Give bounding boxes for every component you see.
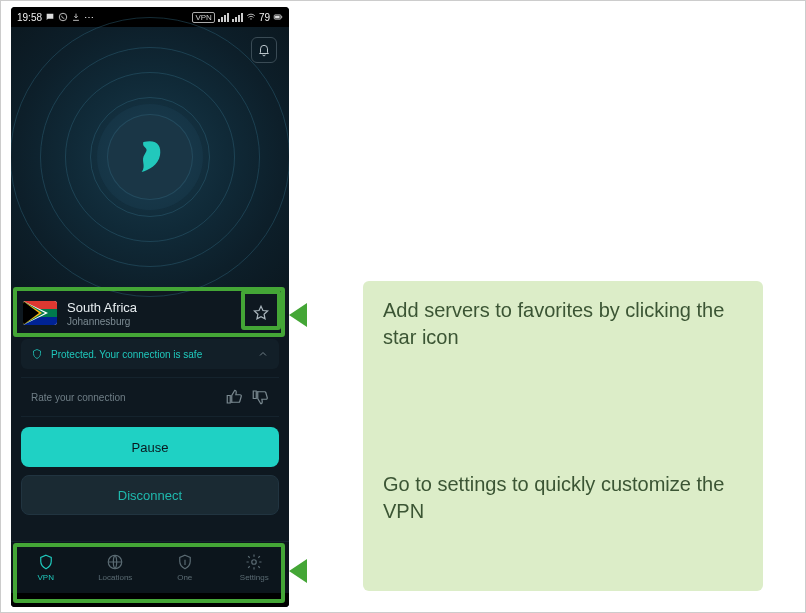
pause-button[interactable]: Pause xyxy=(21,427,279,467)
svg-point-5 xyxy=(252,560,257,565)
shield-icon xyxy=(37,553,55,571)
server-panel: South Africa Johannesburg Protected. You… xyxy=(11,287,289,607)
disconnect-button-label: Disconnect xyxy=(118,488,182,503)
app-logo xyxy=(107,114,193,200)
nav-settings-label: Settings xyxy=(240,573,269,582)
callout-settings-text: Go to settings to quickly customize the … xyxy=(383,471,743,525)
disconnect-button[interactable]: Disconnect xyxy=(21,475,279,515)
globe-icon xyxy=(106,553,124,571)
gear-icon xyxy=(245,553,263,571)
shield-icon xyxy=(31,347,43,361)
vpn-badge-icon: VPN xyxy=(192,12,214,23)
nav-one-label: One xyxy=(177,573,192,582)
status-time: 19:58 xyxy=(17,12,42,23)
android-gesture-bar xyxy=(11,593,289,607)
connection-hero xyxy=(11,27,289,287)
thumbs-down-button[interactable] xyxy=(251,388,269,406)
callout-favorites-text: Add servers to favorites by clicking the… xyxy=(383,297,743,351)
shield-one-icon xyxy=(176,553,194,571)
signal-icon-2 xyxy=(232,13,243,22)
nav-locations-tab[interactable]: Locations xyxy=(81,542,151,593)
battery-icon xyxy=(273,12,283,22)
flag-south-africa-icon xyxy=(23,301,57,325)
protection-status-row[interactable]: Protected. Your connection is safe xyxy=(21,339,279,369)
callout-box: Add servers to favorites by clicking the… xyxy=(363,281,763,591)
thumbs-up-button[interactable] xyxy=(225,388,243,406)
protection-status-text: Protected. Your connection is safe xyxy=(51,349,202,360)
svg-point-0 xyxy=(59,13,67,21)
svg-rect-3 xyxy=(281,16,282,18)
star-icon xyxy=(252,304,270,322)
svg-rect-2 xyxy=(275,16,280,19)
connection-rings xyxy=(11,27,289,287)
arrow-to-settings xyxy=(289,553,361,589)
nav-vpn-label: VPN xyxy=(38,573,54,582)
signal-icon xyxy=(218,13,229,22)
battery-text: 79 xyxy=(259,12,270,23)
nav-settings-tab[interactable]: Settings xyxy=(220,542,290,593)
phone-frame: 19:58 ⋯ VPN 79 xyxy=(11,7,289,607)
server-city: Johannesburg xyxy=(67,316,235,327)
more-icon: ⋯ xyxy=(84,12,95,23)
nav-one-tab[interactable]: One xyxy=(150,542,220,593)
favorite-button[interactable] xyxy=(245,297,277,329)
wifi-icon xyxy=(246,12,256,22)
whatsapp-icon xyxy=(58,12,68,22)
pause-button-label: Pause xyxy=(132,440,169,455)
download-icon xyxy=(71,12,81,22)
rate-connection-row: Rate your connection xyxy=(21,377,279,417)
arrow-to-star xyxy=(289,297,361,333)
server-country: South Africa xyxy=(67,300,235,315)
nav-vpn-tab[interactable]: VPN xyxy=(11,542,81,593)
message-icon xyxy=(45,12,55,22)
chevron-up-icon xyxy=(257,348,269,360)
rate-label: Rate your connection xyxy=(31,392,126,403)
bottom-nav: VPN Locations One Settings xyxy=(11,541,289,593)
nav-locations-label: Locations xyxy=(98,573,132,582)
